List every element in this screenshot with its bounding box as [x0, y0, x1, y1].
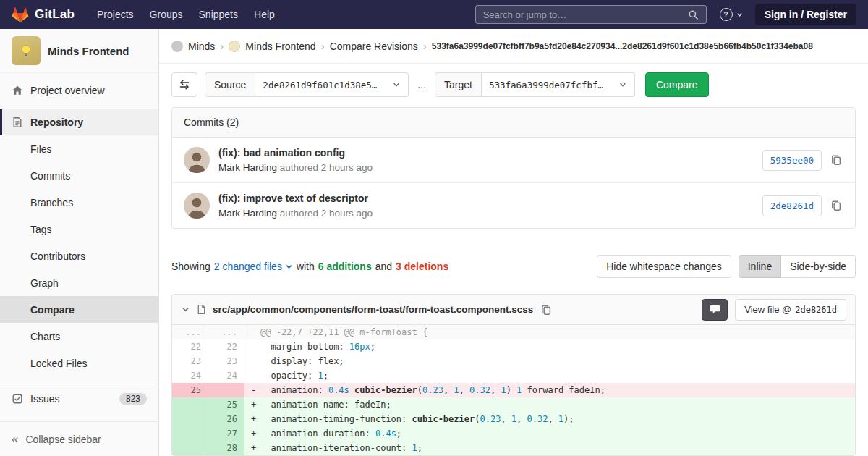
code-token: animation-name: fadeIn;: [260, 400, 391, 410]
sidebar-item-issues[interactable]: Issues 823: [0, 384, 158, 413]
sidebar-item-branches[interactable]: Branches: [0, 189, 158, 216]
chevron-down-icon: [392, 80, 401, 89]
collapse-sidebar-label: Collapse sidebar: [25, 434, 101, 445]
diff-old-line-number: [172, 412, 208, 426]
breadcrumb-link-compare-revisions[interactable]: Compare Revisions: [330, 41, 418, 52]
diff-old-line-number[interactable]: 23: [172, 354, 208, 368]
copy-file-path-button[interactable]: [539, 303, 553, 317]
source-ref-dropdown[interactable]: 2de8261d9f601c1d38e5…: [255, 72, 409, 97]
sidebar-nav: Project overview Repository FilesCommits…: [0, 77, 158, 413]
diff-view-toggle-group: Inline Side-by-side: [739, 255, 856, 278]
commit-sha[interactable]: 2de8261d: [762, 195, 822, 216]
target-ref-dropdown[interactable]: 533fa6a3999de07fcfbf…: [482, 72, 635, 97]
question-circle-icon: ?: [720, 8, 733, 21]
code-token: margin-bottom:: [260, 342, 349, 352]
diff-new-line-number[interactable]: 27: [208, 426, 244, 441]
sidebar-item-tags[interactable]: Tags: [0, 216, 158, 242]
side-by-side-view-button[interactable]: Side-by-side: [781, 255, 856, 278]
nav-link-projects[interactable]: Projects: [89, 0, 142, 29]
page-content: Source 2de8261d9f601c1d38e5… ... Target …: [159, 64, 868, 456]
breadcrumb-link-minds[interactable]: Minds: [188, 41, 215, 52]
commit-title-link[interactable]: (fix): bad animation config: [218, 147, 373, 159]
help-menu[interactable]: ?: [720, 8, 744, 21]
diff-old-line-number[interactable]: 25: [172, 383, 208, 397]
diff-line-content: margin-bottom: 16px;: [244, 339, 855, 354]
sidebar-item-compare[interactable]: Compare: [0, 296, 158, 323]
diff-line-content: + animation-timing-function: cubic-bezie…: [244, 412, 855, 426]
diff-new-line-number[interactable]: 28: [208, 441, 244, 455]
breadcrumb-separator: ›: [321, 40, 325, 52]
collapse-sidebar-button[interactable]: « Collapse sidebar: [0, 421, 158, 456]
diff-old-line-number[interactable]: 24: [172, 368, 208, 383]
search-icon: [688, 9, 699, 20]
diff-new-line-number[interactable]: 23: [208, 354, 244, 368]
issues-icon: [12, 393, 23, 405]
code-token: ;: [417, 443, 422, 453]
breadcrumb-link-minds-frontend[interactable]: Minds Frontend: [245, 41, 315, 52]
code-token: ): [506, 385, 516, 395]
diff-new-line-number[interactable]: 22: [208, 339, 244, 354]
sidebar-item-files[interactable]: Files: [0, 135, 158, 162]
code-token: forward fadeIn;: [522, 385, 605, 395]
diff-line-sign: +: [251, 397, 260, 412]
code-token: 0.23: [422, 385, 443, 395]
inline-view-button[interactable]: Inline: [739, 255, 781, 278]
sign-in-register-button[interactable]: Sign in / Register: [755, 4, 856, 25]
code-token: cubic-bezier: [412, 414, 475, 424]
sidebar-item-project-overview[interactable]: Project overview: [0, 77, 158, 104]
sidebar-item-contributors[interactable]: Contributors: [0, 242, 158, 269]
chevron-down-icon: [285, 263, 293, 271]
copy-commit-sha-button[interactable]: [829, 198, 843, 213]
nav-link-groups[interactable]: Groups: [142, 0, 191, 29]
commit-row: (fix): bad animation configMark Harding …: [172, 138, 855, 182]
diff-old-line-number[interactable]: 22: [172, 339, 208, 354]
code-token: ,: [516, 414, 527, 424]
commit-meta: Mark Harding authored 2 hours ago: [218, 162, 373, 173]
collapse-diff-chevron-icon[interactable]: [181, 305, 190, 314]
diff-line-content: opacity: 1;: [244, 368, 855, 383]
code-token: opacity:: [260, 371, 318, 381]
target-ref-value: 533fa6a3999de07fcfbf…: [489, 80, 603, 90]
sidebar-item-charts[interactable]: Charts: [0, 323, 158, 350]
diff-new-line-number[interactable]: 25: [208, 397, 244, 412]
diff-line: 2323 display: flex;: [172, 354, 855, 368]
code-token: animation:: [260, 385, 328, 395]
nav-link-help[interactable]: Help: [246, 0, 283, 29]
breadcrumb: Minds›Minds Frontend›Compare Revisions› …: [159, 29, 868, 64]
compare-form: Source 2de8261d9f601c1d38e5… ... Target …: [171, 72, 856, 97]
code-token: cubic-bezier: [354, 385, 417, 395]
project-header[interactable]: Minds Frontend: [0, 29, 158, 73]
search-input[interactable]: [483, 9, 688, 20]
commit-author-link[interactable]: Mark Harding: [218, 208, 277, 219]
gitlab-home-link[interactable]: GitLab: [12, 7, 75, 23]
swap-revisions-button[interactable]: [171, 72, 197, 97]
project-name: Minds Frontend: [48, 45, 129, 57]
diff-new-line-number[interactable]: 24: [208, 368, 244, 383]
sidebar-item-commits[interactable]: Commits: [0, 162, 158, 189]
commit-title-link[interactable]: (fix): improve text of descriptor: [218, 193, 373, 204]
compare-button[interactable]: Compare: [645, 72, 709, 97]
changed-files-dropdown[interactable]: 2 changed files: [214, 261, 293, 272]
commit-author-link[interactable]: Mark Harding: [218, 162, 277, 173]
diff-line-sign: +: [251, 412, 260, 426]
diff-line-code: animation-duration: 0.4s;: [260, 428, 401, 439]
sidebar-item-locked-files[interactable]: Locked Files: [0, 350, 158, 376]
commit-sha[interactable]: 5935ee00: [762, 150, 822, 171]
view-file-button[interactable]: View file @ 2de8261d: [735, 299, 846, 321]
diff-new-line-number: ...: [208, 325, 244, 339]
search-box[interactable]: [475, 5, 707, 24]
diff-line-code: opacity: 1;: [260, 371, 328, 381]
hide-whitespace-button[interactable]: Hide whitespace changes: [597, 255, 731, 278]
diff-new-line-number[interactable]: 26: [208, 412, 244, 426]
sidebar-item-repository[interactable]: Repository: [0, 109, 158, 135]
copy-commit-sha-button[interactable]: [829, 153, 843, 167]
nav-link-snippets[interactable]: Snippets: [191, 0, 246, 29]
diff-file-path[interactable]: src/app/common/components/form-toast/for…: [213, 304, 533, 315]
diff-line: 28+ animation-iteration-count: 1;: [172, 441, 855, 455]
commits-panel-header: Commits (2): [172, 108, 855, 138]
diff-line-content: + animation-name: fadeIn;: [244, 397, 855, 412]
toggle-comments-button[interactable]: [702, 299, 728, 321]
target-ref-group: Target 533fa6a3999de07fcfbf…: [435, 72, 635, 97]
sidebar-spacer: [0, 413, 158, 421]
sidebar-item-graph[interactable]: Graph: [0, 269, 158, 296]
